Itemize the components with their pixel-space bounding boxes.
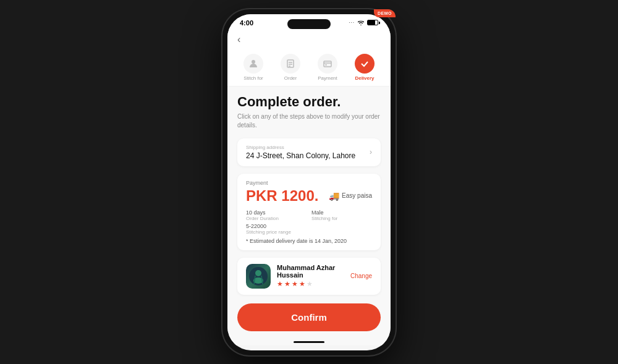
easy-paisa-row: 🚚 Easy paisa <box>329 191 372 201</box>
phone-frame: DEMO 4:00 ··· ‹ <box>222 9 396 355</box>
detail-price-range: 5-22000 Stitching price range <box>246 223 307 235</box>
address-value: 24 J-Street, Shan Colony, Lahore <box>246 151 355 160</box>
steps-bar: Stitch for Order <box>227 51 391 87</box>
star-4-half: ★ <box>299 280 305 288</box>
address-card[interactable]: Shipping address 24 J-Street, Shan Colon… <box>237 138 381 166</box>
address-chevron-icon: › <box>370 148 372 156</box>
svg-point-0 <box>252 60 255 64</box>
address-content: Shipping address 24 J-Street, Shan Colon… <box>246 145 355 160</box>
payment-row: PKR 1200. 🚚 Easy paisa <box>246 187 372 205</box>
tailor-avatar <box>246 264 271 289</box>
change-tailor-button[interactable]: Change <box>350 273 372 279</box>
top-nav: ‹ <box>227 29 391 51</box>
main-content: Complete order. Click on any of the step… <box>227 87 391 345</box>
star-3: ★ <box>292 280 298 288</box>
detail-duration-key: Order Duration <box>246 216 307 221</box>
delivery-truck-icon: 🚚 <box>329 191 339 201</box>
stitch-icon <box>243 54 263 74</box>
star-5: ★ <box>307 280 313 288</box>
step-payment-label: Payment <box>318 75 337 81</box>
detail-gender-value: Male <box>311 210 372 216</box>
step-stitch[interactable]: Stitch for <box>235 54 272 81</box>
step-delivery[interactable]: Delivery <box>346 54 383 81</box>
detail-price-value: 5-22000 <box>246 223 307 229</box>
detail-gender-key: Stitching for <box>311 216 372 221</box>
screen-content[interactable]: ‹ Stitch for <box>227 29 391 345</box>
detail-gender: Male Stitching for <box>311 210 372 221</box>
step-delivery-label: Delivery <box>355 75 374 81</box>
payment-section: Payment PKR 1200. 🚚 Easy paisa 10 days O… <box>237 174 381 250</box>
step-order-label: Order <box>284 75 297 81</box>
tailor-info: Muhammad Azhar Hussain ★ ★ ★ ★ ★ <box>277 264 344 288</box>
payment-amount: PKR 1200. <box>246 187 318 205</box>
wifi-icon <box>357 20 365 25</box>
detail-price-key: Stitching price range <box>246 229 307 235</box>
demo-badge: DEMO <box>374 9 396 17</box>
status-time: 4:00 <box>240 19 253 27</box>
estimated-delivery: * Estimated delivery date is 14 Jan, 202… <box>246 238 372 244</box>
detail-duration: 10 days Order Duration <box>246 210 307 221</box>
delivery-icon <box>355 54 375 74</box>
page-subtitle: Click on any of the steps above to modif… <box>237 112 381 130</box>
step-payment[interactable]: Payment <box>309 54 346 81</box>
order-details: 10 days Order Duration Male Stitching fo… <box>246 210 372 235</box>
notch <box>287 19 331 29</box>
star-1: ★ <box>277 280 283 288</box>
svg-rect-5 <box>324 61 331 67</box>
step-stitch-label: Stitch for <box>243 75 263 81</box>
svg-point-9 <box>255 270 261 276</box>
step-order[interactable]: Order <box>272 54 309 81</box>
detail-duration-value: 10 days <box>246 210 307 216</box>
home-indicator <box>294 341 324 343</box>
tailor-name: Muhammad Azhar Hussain <box>277 264 344 279</box>
address-label: Shipping address <box>246 145 355 150</box>
battery-icon <box>367 20 378 25</box>
tailor-rating: ★ ★ ★ ★ ★ <box>277 280 344 288</box>
payment-icon <box>318 54 337 74</box>
confirm-button[interactable]: Confirm <box>237 303 381 331</box>
status-icons: ··· <box>349 20 378 25</box>
order-icon <box>281 54 300 74</box>
phone-screen: 4:00 ··· ‹ <box>227 14 391 350</box>
tailor-card: Muhammad Azhar Hussain ★ ★ ★ ★ ★ Change <box>237 258 381 295</box>
star-2: ★ <box>284 280 290 288</box>
easy-paisa-label: Easy paisa <box>342 192 372 199</box>
signal-icon: ··· <box>349 20 355 25</box>
page-title: Complete order. <box>237 94 381 110</box>
payment-label: Payment <box>246 180 372 186</box>
back-button[interactable]: ‹ <box>237 33 245 46</box>
